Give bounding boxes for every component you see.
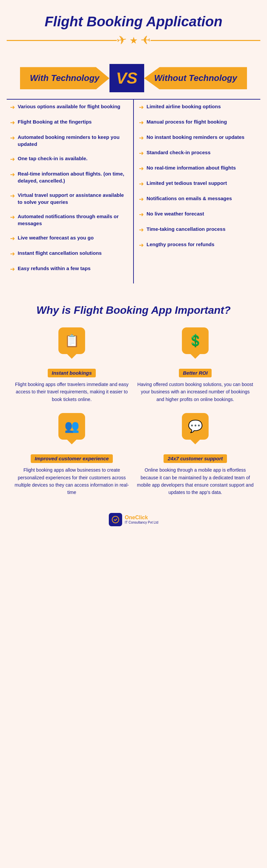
arrow-icon: ➜ [10,119,15,126]
importance-card: 💬 24x7 customer support Online booking t… [137,413,253,496]
with-tech-text: Various options available for flight boo… [18,103,121,110]
arrow-icon: ➜ [139,150,144,157]
with-tech-item: ➜Flight Booking at the fingertips [10,118,128,126]
with-tech-item: ➜Real-time information about flights. (o… [10,170,128,184]
importance-card: 👥 Improved customer experience Flight bo… [14,413,130,496]
without-tech-item: ➜Standard check-in process [139,149,257,157]
with-tech-item: ➜Automated notifications through emails … [10,213,128,227]
page-title: Flight Booking Application [7,13,260,30]
without-tech-item: ➜No instant booking reminders or updates [139,133,257,142]
arrow-icon: ➜ [139,242,144,249]
arrow-icon: ➜ [139,103,144,111]
without-tech-item: ➜Notifications on emails & messages [139,195,257,203]
without-tech-text: Standard check-in process [146,149,211,156]
why-section: Why is Flight Booking App Important? [0,293,267,321]
without-tech-item: ➜No live weather forecast [139,210,257,218]
importance-card: 💲 Better ROI Having offered custom booki… [137,328,253,403]
footer-text: OneClick IT Consultancy Pvt Ltd [125,515,158,524]
card-icon: 📋 [64,334,79,348]
card-icon-wrap: 👥 [58,413,85,440]
with-tech-text: Instant flight cancellation solutions [18,249,102,256]
card-description: Online booking through a mobile app is e… [137,466,253,496]
arrow-icon: ➜ [10,250,15,257]
plane-decoration: ✈ ★ ✈ [7,33,260,47]
arrow-icon: ➜ [10,192,15,199]
arrow-icon: ➜ [139,180,144,188]
card-label-wrap: Better ROI [179,369,212,377]
arrow-icon: ➜ [139,195,144,203]
arrow-icon: ➜ [10,266,15,273]
brand-name: OneClick [125,515,158,521]
card-description: Flight booking apps offer travelers imme… [14,381,130,403]
card-label-wrap: 24x7 customer support [163,454,226,463]
card-label: 24x7 customer support [167,456,222,461]
arrow-icon: ➜ [139,119,144,126]
footer: OneClick IT Consultancy Pvt Ltd [0,506,267,533]
arrow-icon: ➜ [139,134,144,142]
svg-point-0 [112,516,119,523]
arrow-icon: ➜ [10,134,15,142]
with-tech-item: ➜Instant flight cancellation solutions [10,249,128,257]
with-tech-text: Easy refunds within a few taps [18,265,90,272]
with-tech-item: ➜Live weather forecast as you go [10,234,128,242]
without-technology-label: Without Technology [144,67,247,89]
with-tech-item: ➜Various options available for flight bo… [10,103,128,111]
plane-left-icon: ✈ [115,33,128,48]
arrow-icon: ➜ [10,156,15,163]
with-tech-text: Real-time information about flights. (on… [18,170,128,184]
card-label-wrap: Improved customer experience [31,454,113,463]
vs-label: VS [109,64,144,92]
arrow-icon: ➜ [139,211,144,218]
arrow-icon: ➜ [139,165,144,172]
why-title: Why is Flight Booking App Important? [7,304,260,317]
star-icon: ★ [130,35,138,46]
importance-card: 📋 Instant bookings Flight booking apps o… [14,328,130,403]
plane-right-icon: ✈ [140,33,151,47]
brand-logo [109,513,122,526]
without-tech-text: Lengthy process for refunds [146,241,214,248]
without-tech-text: No real-time information about flights [146,164,236,171]
without-tech-text: No instant booking reminders or updates [146,133,244,141]
without-tech-item: ➜No real-time information about flights [139,164,257,172]
header-section: Flight Booking Application ✈ ★ ✈ [0,0,267,57]
with-tech-column: ➜Various options available for flight bo… [7,100,134,283]
without-tech-column: ➜Limited airline booking options➜Manual … [134,100,260,283]
arrow-icon: ➜ [10,214,15,221]
without-tech-text: Time-taking cancellation process [146,225,225,232]
card-description: Having offered custom booking solutions,… [137,381,253,403]
card-label: Better ROI [183,370,208,376]
with-tech-text: One tap check-in is available. [18,155,87,162]
with-tech-item: ➜One tap check-in is available. [10,155,128,163]
brand-subtitle: IT Consultancy Pvt Ltd [125,521,158,524]
card-label: Improved customer experience [35,456,109,461]
card-icon-wrap: 💬 [182,413,209,440]
arrow-icon: ➜ [10,171,15,178]
without-tech-item: ➜Limited airline booking options [139,103,257,111]
with-tech-text: Live weather forecast as you go [18,234,94,241]
without-tech-text: Limited yet tedious travel support [146,180,227,187]
vs-section: With Technology VS Without Technology [0,64,267,92]
with-tech-text: Virtual travel support or assistance ava… [18,191,128,206]
without-tech-text: No live weather forecast [146,210,204,217]
without-tech-item: ➜Limited yet tedious travel support [139,180,257,188]
without-tech-item: ➜Lengthy process for refunds [139,241,257,249]
card-icon-wrap: 💲 [182,328,209,354]
card-description: Flight booking apps allow businesses to … [14,466,130,496]
without-tech-text: Notifications on emails & messages [146,195,232,202]
with-tech-text: Automated notifications through emails o… [18,213,128,227]
without-tech-item: ➜Manual process for flight booking [139,118,257,126]
with-tech-item: ➜Easy refunds within a few taps [10,265,128,273]
with-tech-text: Flight Booking at the fingertips [18,118,92,125]
card-icon-wrap: 📋 [58,328,85,354]
with-tech-item: ➜Virtual travel support or assistance av… [10,191,128,206]
card-icon: 👥 [64,420,79,433]
card-icon: 💲 [188,334,203,348]
card-icon: 💬 [188,420,203,433]
without-tech-text: Manual process for flight booking [146,118,227,125]
with-tech-item: ➜Automated booking reminders to keep you… [10,133,128,148]
card-label: Instant bookings [52,370,92,376]
with-tech-text: Automated booking reminders to keep you … [18,133,128,148]
comparison-section: ➜Various options available for flight bo… [7,99,260,283]
arrow-icon: ➜ [10,235,15,242]
arrow-icon: ➜ [139,226,144,234]
